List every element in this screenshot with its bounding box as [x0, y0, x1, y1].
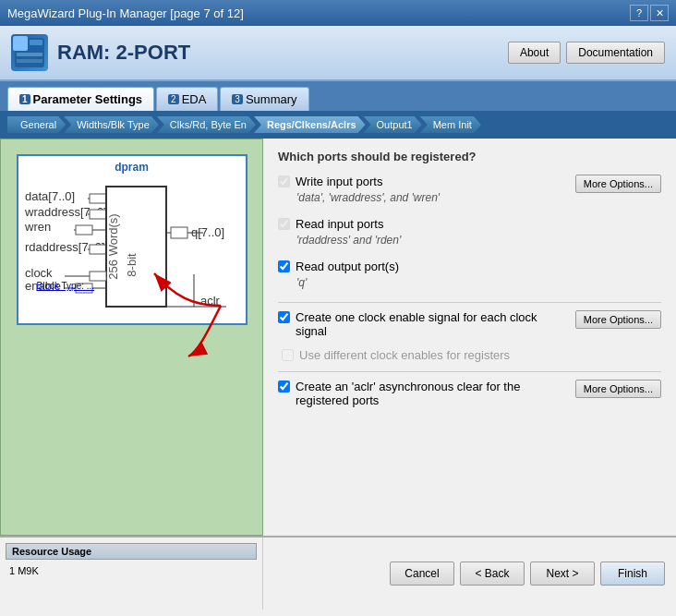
clock-enable-option: Create one clock enable signal for each …: [278, 310, 661, 341]
divider2: [278, 371, 661, 372]
svg-rect-3: [17, 53, 42, 56]
clock-enable-checkbox-row: Create one clock enable signal for each …: [278, 310, 566, 338]
aclr-label: Create an 'aclr' asynchronous clear for …: [296, 380, 566, 407]
svg-rect-17: [90, 194, 106, 203]
ram-icon: [11, 34, 48, 71]
read-output-option: Read output port(s) 'q': [278, 260, 661, 295]
next-button[interactable]: Next >: [530, 562, 595, 586]
aclr-more-btn[interactable]: More Options...: [575, 380, 661, 398]
nav-widths[interactable]: Widths/Blk Type: [64, 116, 159, 133]
aclr-checkbox[interactable]: [278, 380, 290, 393]
write-input-more-btn[interactable]: More Options...: [575, 175, 661, 193]
close-button[interactable]: ✕: [650, 5, 669, 21]
right-panel: Which ports should be registered? Write …: [263, 139, 676, 536]
nav-regs[interactable]: Regs/Clkens/Aclrs: [254, 116, 366, 133]
read-input-option: Read input ports 'rdaddress' and 'rden': [278, 217, 661, 252]
write-input-option: Write input ports 'data', 'wraddress', a…: [278, 175, 661, 210]
back-button[interactable]: < Back: [460, 562, 525, 586]
header-title-group: RAM: 2-PORT: [11, 34, 190, 71]
aclr-option-left: Create an 'aclr' asynchronous clear for …: [278, 380, 566, 410]
read-input-checkbox[interactable]: [278, 218, 290, 230]
title-controls: ? ✕: [630, 5, 669, 21]
nav-area: General Widths/Blk Type Clks/Rd, Byte En…: [0, 111, 676, 139]
read-input-label: Read input ports: [296, 217, 383, 231]
divider1: [278, 302, 661, 303]
svg-text:wren: wren: [24, 220, 51, 234]
resource-title: Resource Usage: [6, 543, 257, 560]
resource-panel: Resource Usage 1 M9K: [0, 537, 263, 610]
tabs-area: 1 Parameter Settings 2 EDA 3 Summary: [0, 81, 676, 111]
diff-clock-label: Use different clock enables for register…: [299, 348, 510, 362]
svg-text:8-bit: 8-bit: [125, 253, 139, 277]
svg-text:clock: clock: [25, 266, 53, 280]
resource-value: 1 M9K: [6, 563, 257, 578]
svg-rect-25: [171, 227, 187, 238]
tab2-num: 2: [168, 94, 179, 104]
diagram-box: dpram data[7..0] wraddress[7..0] wren rd…: [17, 154, 247, 325]
title-bar: MegaWizard Plug-In Manager [page 7 of 12…: [0, 0, 676, 26]
svg-rect-4: [17, 59, 42, 63]
svg-text:256 Word(s): 256 Word(s): [106, 213, 120, 279]
svg-text:data[7..0]: data[7..0]: [25, 189, 75, 203]
write-input-checkbox-row: Write input ports: [278, 175, 566, 188]
read-output-label: Read output port(s): [296, 260, 399, 273]
nav-clks[interactable]: Clks/Rd, Byte En: [157, 116, 256, 133]
diagram-svg: data[7..0] wraddress[7..0] wren rdaddres…: [23, 177, 243, 323]
title-text: MegaWizard Plug-In Manager [page 7 of 12…: [7, 6, 244, 20]
page-title: RAM: 2-PORT: [57, 41, 190, 65]
nav-mem-init[interactable]: Mem Init: [420, 116, 481, 133]
main-content: dpram data[7..0] wraddress[7..0] wren rd…: [0, 139, 676, 536]
documentation-button[interactable]: Documentation: [566, 42, 665, 64]
diff-clock-checkbox-row: Use different clock enables for register…: [278, 348, 661, 362]
write-input-checkbox[interactable]: [278, 175, 290, 187]
clock-enable-more-btn[interactable]: More Options...: [575, 310, 661, 329]
read-output-left: Read output port(s) 'q': [278, 260, 578, 295]
block-type-label[interactable]: Block Type: ...: [37, 281, 95, 291]
read-output-checkbox-row: Read output port(s): [278, 260, 578, 273]
tab-summary[interactable]: 3 Summary: [220, 87, 308, 111]
bottom-right: Cancel < Back Next > Finish: [263, 537, 676, 610]
read-input-left: Read input ports 'rdaddress' and 'rden': [278, 217, 578, 252]
header-area: RAM: 2-PORT About Documentation: [0, 26, 676, 81]
clock-enable-label: Create one clock enable signal for each …: [296, 310, 566, 338]
tab-parameter-settings[interactable]: 1 Parameter Settings: [7, 87, 154, 111]
nav-general[interactable]: General: [7, 116, 66, 133]
aclr-option: Create an 'aclr' asynchronous clear for …: [278, 380, 661, 410]
svg-rect-20: [90, 245, 106, 254]
read-input-subtext: 'rdaddress' and 'rden': [278, 234, 578, 247]
nav-output1[interactable]: Output1: [364, 116, 422, 133]
svg-rect-19: [76, 225, 92, 235]
tab3-num: 3: [232, 94, 243, 104]
title-label: MegaWizard Plug-In Manager [page 7 of 12…: [7, 6, 244, 20]
finish-button[interactable]: Finish: [600, 562, 665, 586]
bottom-area: Resource Usage 1 M9K Cancel < Back Next …: [0, 536, 676, 610]
read-input-checkbox-row: Read input ports: [278, 217, 578, 231]
svg-rect-2: [30, 40, 42, 45]
about-button[interactable]: About: [508, 42, 561, 64]
read-output-subtext: 'q': [278, 276, 578, 289]
aclr-checkbox-row: Create an 'aclr' asynchronous clear for …: [278, 380, 566, 407]
cancel-button[interactable]: Cancel: [390, 562, 454, 586]
clock-enable-checkbox[interactable]: [278, 311, 290, 323]
tab1-num: 1: [19, 94, 30, 104]
read-output-checkbox[interactable]: [278, 260, 290, 272]
tab-eda[interactable]: 2 EDA: [156, 87, 218, 111]
section-title: Which ports should be registered?: [278, 150, 661, 163]
write-input-label: Write input ports: [296, 175, 382, 188]
tab1-label: Parameter Settings: [33, 92, 143, 106]
left-panel: dpram data[7..0] wraddress[7..0] wren rd…: [0, 139, 263, 536]
clock-enable-left: Create one clock enable signal for each …: [278, 310, 566, 341]
tab2-label: EDA: [182, 92, 207, 106]
help-button[interactable]: ?: [630, 5, 648, 21]
svg-rect-18: [90, 210, 106, 219]
header-buttons: About Documentation: [508, 42, 665, 64]
write-input-left: Write input ports 'data', 'wraddress', a…: [278, 175, 566, 210]
svg-text:aclr: aclr: [200, 294, 221, 308]
diagram-title: dpram: [23, 161, 241, 174]
svg-text:q[7..0]: q[7..0]: [191, 225, 224, 239]
write-input-subtext: 'data', 'wraddress', and 'wren': [278, 191, 566, 204]
svg-rect-1: [17, 40, 28, 49]
tab3-label: Summary: [246, 92, 297, 106]
svg-rect-27: [90, 272, 106, 281]
diff-clock-checkbox[interactable]: [282, 349, 294, 361]
